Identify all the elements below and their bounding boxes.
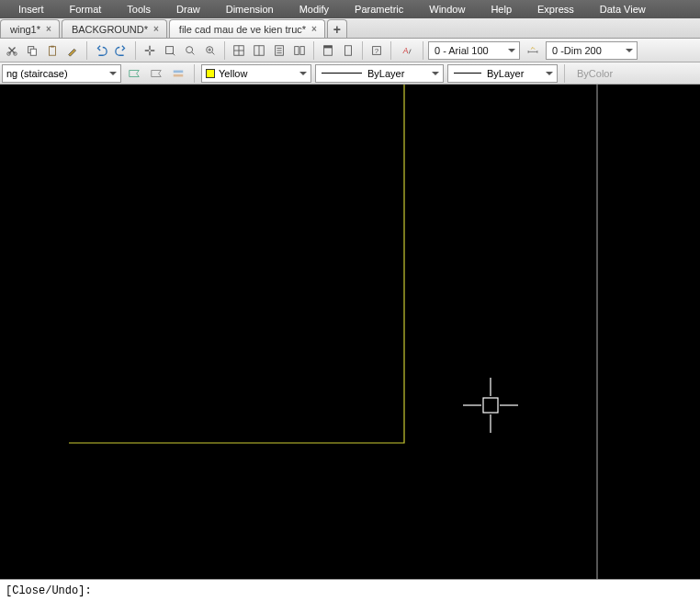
menu-window[interactable]: Window: [420, 2, 474, 17]
text-style-value: 0 - Arial 100: [435, 45, 489, 56]
separator: [86, 41, 87, 60]
menu-parametric[interactable]: Parametric: [345, 2, 412, 17]
tab-label: wing1*: [10, 24, 40, 35]
zoom-extents-icon[interactable]: [201, 41, 220, 60]
command-line[interactable]: [Close/Undo]:: [0, 579, 700, 601]
separator: [224, 41, 225, 60]
svg-rect-12: [295, 46, 299, 54]
menu-help[interactable]: Help: [481, 2, 521, 17]
svg-rect-4: [50, 46, 56, 55]
svg-rect-3: [30, 49, 36, 55]
svg-rect-13: [300, 46, 304, 54]
new-tab-button[interactable]: +: [327, 19, 347, 38]
color-dropdown[interactable]: Yellow: [201, 64, 311, 83]
command-prompt: [Close/Undo]:: [6, 584, 92, 597]
drawing-svg: [0, 85, 700, 579]
separator: [313, 41, 314, 60]
dim-style-icon[interactable]: [522, 41, 544, 60]
undo-icon[interactable]: [92, 41, 110, 60]
color-swatch: [206, 69, 215, 78]
separator: [362, 41, 363, 60]
linetype-preview: [322, 73, 362, 74]
svg-rect-15: [324, 45, 333, 48]
zoom-window-icon[interactable]: [161, 41, 179, 60]
help-icon[interactable]: ?: [367, 41, 386, 60]
viewport2-icon[interactable]: [250, 41, 268, 60]
svg-text:A: A: [402, 45, 409, 54]
plot-style-label: ByColor: [571, 68, 618, 79]
pan-icon[interactable]: [141, 41, 159, 60]
svg-rect-16: [345, 45, 352, 55]
separator: [423, 41, 423, 60]
separator: [135, 41, 136, 60]
svg-rect-6: [166, 46, 174, 53]
tool-palettes-icon[interactable]: [319, 41, 337, 60]
layer-dropdown[interactable]: ng (staircase): [2, 64, 121, 83]
lineweight-dropdown[interactable]: ByLayer: [447, 64, 558, 83]
tab-background[interactable]: BACKGROUND* ×: [62, 19, 167, 38]
zoom-previous-icon[interactable]: [181, 41, 199, 60]
menu-tools[interactable]: Tools: [118, 2, 160, 17]
svg-rect-21: [174, 74, 184, 76]
linetype-dropdown[interactable]: ByLayer: [315, 64, 444, 83]
menu-draw[interactable]: Draw: [167, 2, 209, 17]
tab-label: file cad mau de ve kien truc*: [179, 24, 306, 35]
menu-dataview[interactable]: Data View: [591, 2, 655, 17]
standard-toolbar: ? A 0 - Arial 100 0 -Dim 200: [0, 39, 700, 62]
layer-toolbar: ng (staircase) Yellow ByLayer ByLayer By…: [0, 62, 700, 85]
document-tabs: wing1* × BACKGROUND* × file cad mau de v…: [0, 18, 700, 39]
lineweight-preview: [454, 73, 481, 74]
text-style-dropdown[interactable]: 0 - Arial 100: [428, 41, 520, 60]
menu-insert[interactable]: Insert: [9, 2, 53, 17]
svg-rect-26: [483, 398, 498, 413]
viewport-icon[interactable]: [230, 41, 248, 60]
svg-point-7: [186, 46, 193, 52]
copy-icon[interactable]: [23, 41, 41, 60]
tab-drawing1[interactable]: wing1* ×: [0, 19, 60, 38]
polyline: [69, 85, 404, 443]
linetype-value: ByLayer: [367, 68, 404, 79]
redo-icon[interactable]: [112, 41, 130, 60]
menu-bar: Insert Format Tools Draw Dimension Modif…: [0, 0, 700, 18]
menu-express[interactable]: Express: [528, 2, 583, 17]
separator: [194, 64, 195, 83]
separator: [390, 41, 391, 60]
paste-icon[interactable]: [43, 41, 62, 60]
match-properties-icon[interactable]: [63, 41, 82, 60]
properties-icon[interactable]: [270, 41, 288, 60]
menu-modify[interactable]: Modify: [290, 2, 338, 17]
tab-label: BACKGROUND*: [72, 24, 148, 35]
close-icon[interactable]: ×: [46, 24, 51, 34]
layer-value: ng (staircase): [6, 68, 68, 79]
close-icon[interactable]: ×: [153, 24, 159, 34]
menu-format[interactable]: Format: [61, 2, 111, 17]
drawing-area[interactable]: [0, 85, 700, 579]
sheet-set-icon[interactable]: [339, 41, 357, 60]
dim-style-dropdown[interactable]: 0 -Dim 200: [546, 41, 638, 60]
design-center-icon[interactable]: [290, 41, 309, 60]
menu-dimension[interactable]: Dimension: [217, 2, 283, 17]
lineweight-value: ByLayer: [487, 68, 524, 79]
layer-properties-icon[interactable]: [169, 64, 187, 83]
tab-kien-truc[interactable]: file cad mau de ve kien truc* ×: [169, 19, 325, 38]
close-icon[interactable]: ×: [311, 24, 317, 34]
layer-states-icon[interactable]: [125, 64, 143, 83]
svg-text:?: ?: [375, 46, 379, 54]
text-style-icon[interactable]: A: [396, 41, 418, 60]
crosshair-cursor: [463, 378, 518, 433]
svg-rect-5: [51, 45, 54, 47]
separator: [564, 64, 565, 83]
cut-icon[interactable]: [3, 41, 21, 60]
dim-style-value: 0 -Dim 200: [552, 45, 602, 56]
layer-previous-icon[interactable]: [147, 64, 165, 83]
color-value: Yellow: [219, 68, 247, 79]
svg-rect-20: [174, 70, 184, 73]
